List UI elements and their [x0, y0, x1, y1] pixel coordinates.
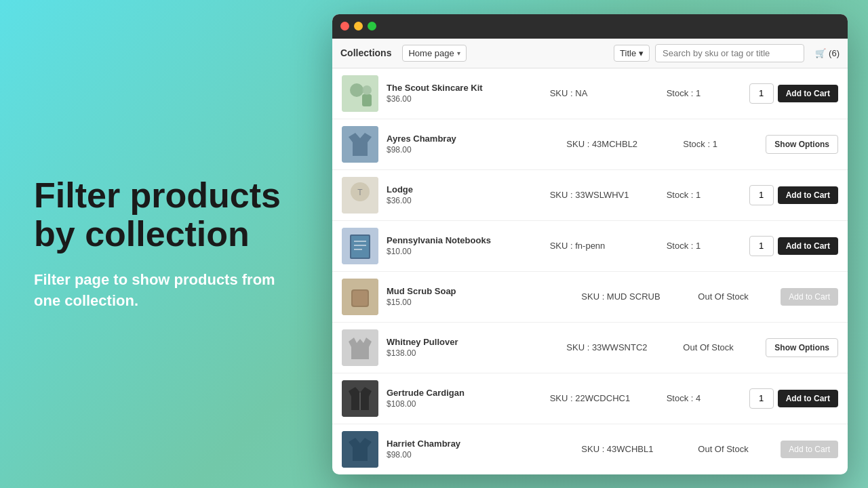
sort-chevron-icon: ▾ [639, 48, 644, 58]
add-to-cart-disabled-button: Add to Cart [781, 288, 838, 306]
product-row: Pennsylvania Notebooks $10.00 SKU : fn-p… [332, 221, 848, 272]
left-panel: Filter products by collection Filter pag… [0, 149, 332, 339]
add-to-cart-button[interactable]: Add to Cart [778, 85, 838, 102]
product-name: Whitney Pullover [387, 337, 558, 347]
product-name: Pennsylvania Notebooks [387, 235, 542, 245]
product-action: Show Options [766, 135, 838, 154]
cart-icon: 🛒 [815, 48, 826, 58]
quantity-input[interactable] [749, 185, 774, 205]
product-sku: SKU : 43MCHBL2 [566, 139, 675, 149]
svg-point-1 [350, 83, 363, 97]
product-sku: SKU : MUD SCRUB [581, 291, 690, 302]
product-name: Gertrude Cardigan [387, 388, 542, 398]
add-to-cart-button[interactable]: Add to Cart [778, 390, 838, 407]
dot-red[interactable] [340, 22, 349, 30]
product-price: $138.00 [387, 348, 558, 358]
product-info: Mud Scrub Soap $15.00 [387, 286, 573, 307]
product-info: Lodge $36.00 [387, 184, 542, 205]
product-info: Pennsylvania Notebooks $10.00 [387, 235, 542, 256]
product-stock: Stock : 4 [667, 393, 741, 403]
product-stock: Stock : 1 [683, 139, 757, 149]
cart-count: (6) [829, 48, 840, 58]
quantity-input[interactable] [749, 236, 774, 256]
product-name: Ayres Chambray [387, 134, 558, 144]
quantity-input[interactable] [749, 388, 774, 409]
product-action: Add to Cart [749, 236, 838, 256]
collections-label: Collections [340, 47, 397, 58]
search-input[interactable] [655, 44, 804, 62]
dot-green[interactable] [368, 22, 376, 30]
product-info: The Scout Skincare Kit $36.00 [387, 83, 542, 104]
product-stock: Out Of Stock [683, 342, 757, 352]
add-to-cart-button[interactable]: Add to Cart [778, 237, 838, 255]
add-to-cart-disabled-button: Add to Cart [781, 441, 838, 458]
product-thumbnail: T [342, 177, 378, 214]
product-row: T Lodge $36.00 SKU : 33WSLWHV1Stock : 1A… [332, 170, 848, 221]
product-price: $36.00 [387, 94, 542, 104]
title-sort-select[interactable]: Title ▾ [614, 45, 650, 62]
product-thumbnail [342, 380, 378, 417]
product-row: The Scout Skincare Kit $36.00 SKU : NASt… [332, 68, 848, 119]
product-action: Add to Cart [749, 83, 838, 104]
product-info: Whitney Pullover $138.00 [387, 337, 558, 358]
cart-badge[interactable]: 🛒 (6) [815, 48, 840, 58]
product-name: Harriet Chambray [387, 439, 573, 449]
product-row: Mud Scrub Soap $15.00 SKU : MUD SCRUBOut… [332, 272, 848, 323]
product-action: Add to Cart [749, 388, 838, 409]
svg-rect-2 [362, 94, 372, 106]
product-name: The Scout Skincare Kit [387, 83, 542, 93]
dot-yellow[interactable] [354, 22, 363, 30]
svg-rect-10 [351, 236, 369, 258]
product-thumbnail [342, 126, 378, 163]
product-price: $108.00 [387, 399, 542, 409]
browser-window: Collections Home page ▾ Title ▾ 🛒 (6) Th… [332, 14, 848, 474]
chevron-down-icon: ▾ [457, 49, 460, 57]
product-price: $36.00 [387, 196, 542, 205]
sort-label: Title [620, 48, 636, 58]
product-info: Ayres Chambray $98.00 [387, 134, 558, 155]
product-price: $10.00 [387, 247, 542, 256]
show-options-button[interactable]: Show Options [766, 135, 838, 154]
product-stock: Stock : 1 [667, 190, 741, 200]
product-stock: Out Of Stock [698, 291, 772, 302]
product-sku: SKU : NA [550, 88, 658, 98]
product-action: Add to Cart [749, 185, 838, 205]
quantity-input[interactable] [749, 83, 774, 104]
show-options-button[interactable]: Show Options [766, 338, 838, 357]
product-row: Ayres Chambray $98.00 SKU : 43MCHBL2Stoc… [332, 119, 848, 170]
products-list: The Scout Skincare Kit $36.00 SKU : NASt… [332, 68, 848, 474]
collections-dropdown[interactable]: Home page ▾ [402, 45, 466, 62]
main-heading: Filter products by collection [34, 176, 298, 253]
toolbar: Collections Home page ▾ Title ▾ 🛒 (6) [332, 39, 848, 68]
product-action: Show Options [766, 338, 838, 357]
product-price: $15.00 [387, 298, 573, 307]
product-stock: Out Of Stock [698, 444, 772, 454]
product-info: Gertrude Cardigan $108.00 [387, 388, 542, 409]
product-sku: SKU : 33WWSNTC2 [566, 342, 675, 352]
product-thumbnail [342, 431, 378, 468]
product-sku: SKU : 33WSLWHV1 [550, 190, 658, 200]
product-price: $98.00 [387, 450, 573, 460]
svg-point-3 [362, 85, 372, 95]
product-stock: Stock : 1 [667, 241, 741, 251]
product-stock: Stock : 1 [667, 88, 741, 98]
svg-rect-16 [353, 291, 368, 306]
product-name: Lodge [387, 184, 542, 195]
product-thumbnail [342, 228, 378, 264]
svg-text:T: T [357, 188, 363, 197]
product-row: Gertrude Cardigan $108.00 SKU : 22WCDCHC… [332, 373, 848, 424]
product-sku: SKU : 22WCDCHC1 [550, 393, 658, 403]
browser-titlebar [332, 14, 848, 39]
sub-heading: Filter page to show products from one co… [34, 270, 298, 312]
product-sku: SKU : fn-penn [550, 241, 658, 251]
product-row: Whitney Pullover $138.00 SKU : 33WWSNTC2… [332, 323, 848, 373]
product-thumbnail [342, 279, 378, 315]
product-row: Harriet Chambray $98.00 SKU : 43WCHBL1Ou… [332, 424, 848, 474]
product-price: $98.00 [387, 145, 558, 155]
product-thumbnail [342, 75, 378, 112]
product-thumbnail [342, 329, 378, 366]
add-to-cart-button[interactable]: Add to Cart [778, 186, 838, 204]
product-info: Harriet Chambray $98.00 [387, 439, 573, 460]
selected-collection: Home page [408, 48, 454, 58]
product-action: Add to Cart [781, 441, 838, 458]
